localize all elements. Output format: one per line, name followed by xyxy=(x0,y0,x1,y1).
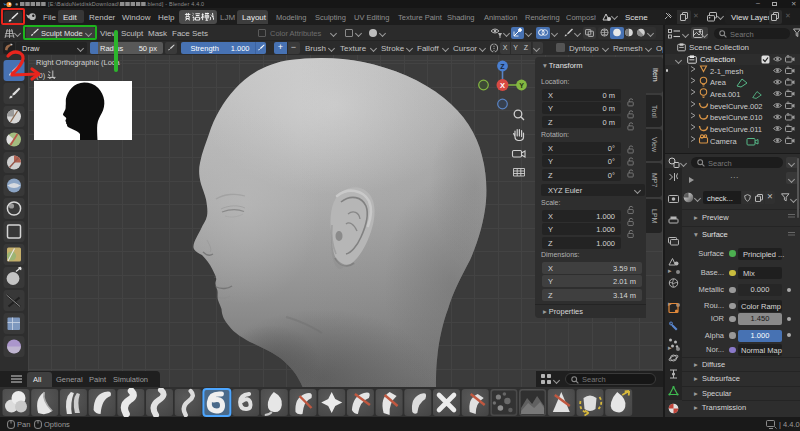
svg-text:Y: Y xyxy=(519,82,524,89)
svg-text:Z: Z xyxy=(500,63,505,70)
svg-text:X: X xyxy=(500,81,505,90)
